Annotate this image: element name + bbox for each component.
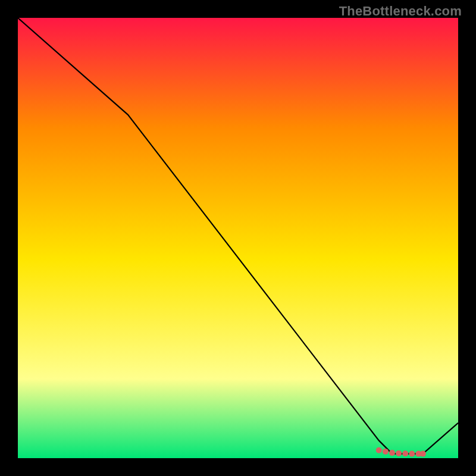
marker-point <box>396 450 402 456</box>
gradient-background <box>18 18 458 458</box>
watermark-text: TheBottleneck.com <box>339 4 462 19</box>
marker-point <box>402 450 408 456</box>
marker-point <box>420 451 426 457</box>
plot-svg <box>18 18 458 458</box>
marker-point <box>376 447 382 453</box>
chart-frame: TheBottleneck.com <box>0 0 476 476</box>
marker-point <box>383 449 389 455</box>
plot-area <box>18 18 458 458</box>
marker-point <box>409 451 415 457</box>
marker-point <box>389 450 395 456</box>
